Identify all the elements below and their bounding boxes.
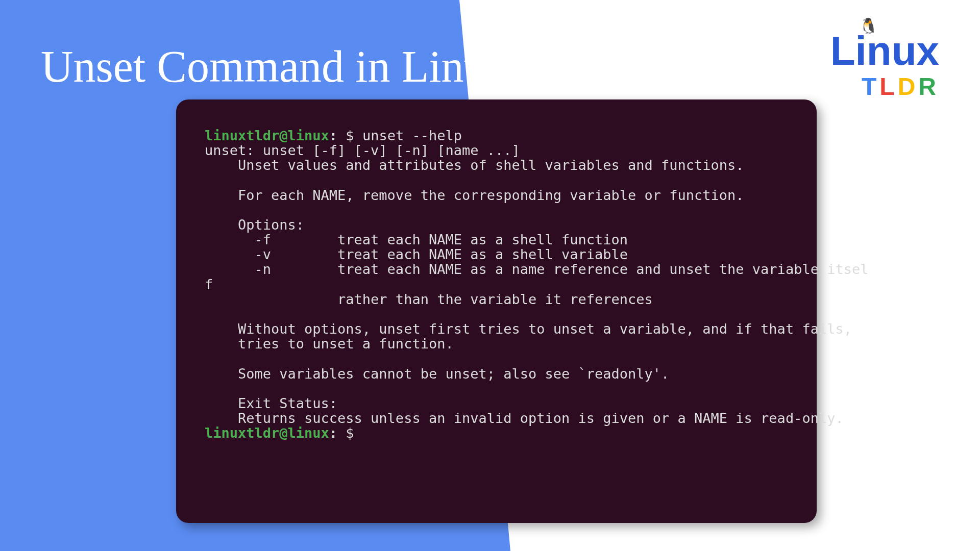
prompt-user: linuxtldr@linux (205, 425, 329, 441)
terminal-output-line: -f treat each NAME as a shell function (205, 232, 628, 247)
terminal-output-line (205, 350, 238, 366)
terminal-output-line: Returns success unless an invalid option… (205, 410, 844, 426)
terminal-output-line: tries to unset a function. (205, 336, 454, 352)
terminal-output-line: Unset values and attributes of shell var… (205, 157, 744, 173)
prompt-separator: : (329, 128, 337, 143)
terminal-output-line: rather than the variable it references (205, 291, 653, 307)
terminal-output-line: unset: unset [-f] [-v] [-n] [name ...] (205, 142, 520, 158)
logo-linux-label: Linux (830, 28, 939, 73)
logo-t: T (862, 73, 879, 100)
prompt-dollar: $ (337, 425, 362, 441)
terminal-output-line: Exit Status: (205, 395, 337, 411)
terminal-output-line (205, 202, 238, 218)
terminal-command: unset --help (362, 128, 462, 143)
terminal-output-line (205, 172, 238, 188)
logo-linux-text: 🐧 Linux (830, 31, 939, 71)
logo-l: L (879, 73, 897, 100)
penguin-icon: 🐧 (859, 18, 878, 34)
terminal-output-line: Options: (205, 217, 304, 233)
terminal-output-line: Without options, unset first tries to un… (205, 321, 852, 337)
terminal-output-line: -v treat each NAME as a shell variable (205, 246, 628, 262)
terminal-output-line (205, 306, 238, 322)
logo-r: R (918, 73, 939, 100)
prompt-user: linuxtldr@linux (205, 128, 329, 143)
prompt-separator: : (329, 425, 337, 441)
terminal-output-line: Some variables cannot be unset; also see… (205, 366, 669, 382)
terminal-output-line (205, 381, 238, 396)
terminal-output-line: f (205, 277, 213, 292)
logo-tldr-text: TLDR (830, 74, 939, 99)
terminal-window[interactable]: linuxtldr@linux: $ unset --help unset: u… (176, 99, 817, 523)
logo-block: 🐧 Linux TLDR (830, 31, 939, 99)
prompt-dollar: $ (337, 128, 362, 143)
terminal-output-line: For each NAME, remove the corresponding … (205, 187, 744, 203)
page-title: Unset Command in Linux (41, 41, 509, 92)
logo-d: D (898, 73, 919, 100)
terminal-content: linuxtldr@linux: $ unset --help unset: u… (205, 128, 788, 440)
terminal-output-line: -n treat each NAME as a name reference a… (205, 261, 868, 277)
